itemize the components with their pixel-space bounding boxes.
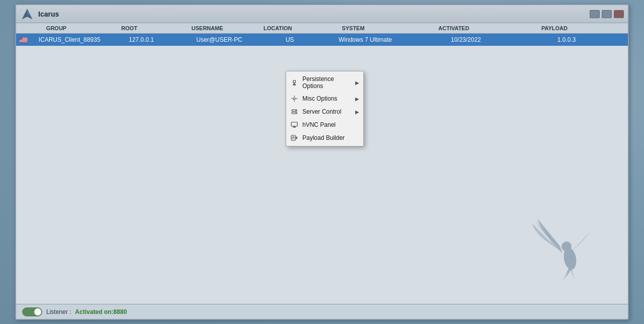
misc-options-label: Misc Options bbox=[302, 95, 351, 102]
maximize-button[interactable] bbox=[602, 10, 612, 18]
persistence-icon bbox=[290, 78, 298, 87]
watermark-logo bbox=[532, 203, 613, 284]
titlebar: Icarus bbox=[16, 5, 628, 23]
menu-item-misc-options[interactable]: Misc Options ▶ bbox=[286, 92, 363, 105]
menu-item-server-control[interactable]: Server Control ▶ bbox=[286, 105, 363, 118]
cell-location: US bbox=[265, 36, 315, 43]
hvnc-icon bbox=[290, 121, 298, 129]
persistence-options-label: Persistence Options bbox=[302, 75, 351, 90]
app-logo bbox=[20, 7, 34, 21]
app-title: Icarus bbox=[38, 10, 59, 18]
cell-activated: 10/23/2022 bbox=[416, 36, 516, 43]
minimize-button[interactable] bbox=[590, 10, 600, 18]
cell-root: 127.0.0.1 bbox=[109, 36, 174, 43]
close-button[interactable] bbox=[614, 10, 624, 18]
svg-point-27 bbox=[561, 241, 572, 252]
menu-item-persistence-options[interactable]: Persistence Options ▶ bbox=[286, 73, 363, 92]
table-row[interactable]: 🇺🇸 ICARUS_Client_88935 127.0.0.1 User@US… bbox=[16, 34, 628, 46]
hvnc-panel-label: hVNC Panel bbox=[302, 121, 359, 128]
persistence-arrow: ▶ bbox=[355, 80, 359, 86]
context-menu: Persistence Options ▶ Misc Options ▶ bbox=[286, 71, 364, 146]
payload-builder-label: Payload Builder bbox=[302, 134, 359, 141]
table-body: 🇺🇸 ICARUS_Client_88935 127.0.0.1 User@US… bbox=[16, 34, 628, 304]
listener-label: Listener : bbox=[46, 308, 71, 315]
statusbar: Listener : Activated on:8880 bbox=[16, 304, 628, 319]
window-controls bbox=[590, 10, 624, 18]
misc-icon bbox=[290, 95, 298, 103]
svg-point-13 bbox=[295, 110, 296, 111]
cell-payload: 1.0.0.3 bbox=[516, 36, 617, 43]
toggle-knob bbox=[34, 308, 41, 315]
server-control-icon bbox=[290, 108, 298, 116]
col-header-payload: PAYLOAD bbox=[504, 25, 605, 31]
listener-value: Activated on:8880 bbox=[75, 308, 127, 315]
listener-toggle[interactable] bbox=[22, 307, 42, 316]
menu-item-hvnc-panel[interactable]: hVNC Panel bbox=[286, 118, 363, 131]
svg-point-14 bbox=[295, 113, 296, 114]
flag-icon: 🇺🇸 bbox=[18, 36, 28, 44]
table-header: GROUP ROOT USERNAME LOCATION SYSTEM ACTI… bbox=[16, 23, 628, 34]
server-control-label: Server Control bbox=[302, 108, 351, 115]
misc-arrow: ▶ bbox=[355, 96, 359, 102]
svg-point-2 bbox=[293, 80, 296, 83]
col-header-activated: ACTIVATED bbox=[404, 25, 504, 31]
col-header-group: GROUP bbox=[16, 25, 97, 31]
payload-builder-icon bbox=[290, 134, 298, 142]
col-header-system: SYSTEM bbox=[303, 25, 404, 31]
cell-system: Windows 7 Ultimate bbox=[315, 36, 416, 43]
cell-group: ICARUS_Client_88935 bbox=[28, 36, 109, 43]
server-arrow: ▶ bbox=[355, 109, 359, 115]
cell-username: User@USER-PC bbox=[174, 36, 265, 43]
main-window: Icarus GROUP ROOT USERNAME LOCATION SYST… bbox=[15, 4, 629, 320]
menu-item-payload-builder[interactable]: Payload Builder bbox=[286, 131, 363, 144]
col-header-location: LOCATION bbox=[253, 25, 303, 31]
col-header-root: ROOT bbox=[97, 25, 162, 31]
svg-point-6 bbox=[293, 98, 295, 100]
svg-rect-15 bbox=[291, 122, 297, 126]
col-header-username: USERNAME bbox=[162, 25, 253, 31]
